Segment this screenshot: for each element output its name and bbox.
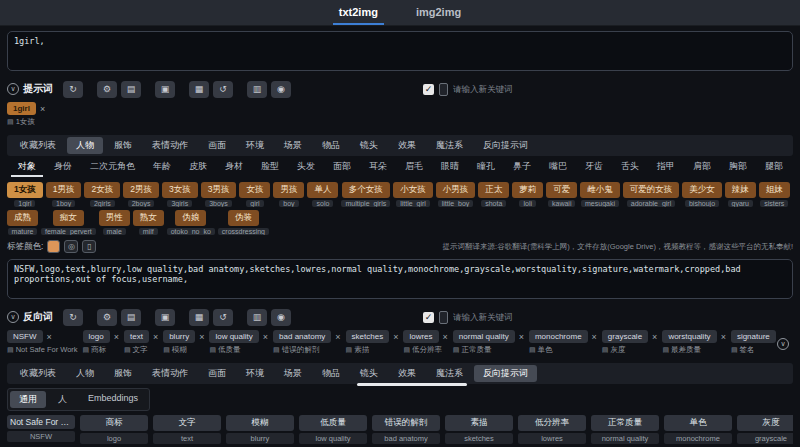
- tag-button[interactable]: 姐妹 sisters: [759, 182, 790, 207]
- prompt-tag-label[interactable]: 1girl: [7, 102, 36, 115]
- negative-tag-button[interactable]: 模糊 blurry: [226, 415, 294, 444]
- negative-tag-button[interactable]: Not Safe For Work NSFW: [7, 415, 75, 444]
- toolbar-icon-button[interactable]: ▤: [121, 309, 141, 326]
- negative-subtab[interactable]: 人: [49, 391, 76, 408]
- chip-remove-icon[interactable]: ×: [721, 332, 726, 342]
- subcategory-tab[interactable]: 眉毛: [398, 159, 430, 177]
- toolbar-icon-button[interactable]: ↻: [63, 309, 83, 326]
- tag-button[interactable]: 小男孩 little_boy: [436, 182, 476, 207]
- category-tab[interactable]: 收藏列表: [11, 137, 65, 154]
- color-reset-button[interactable]: ◎: [64, 240, 78, 253]
- category-tab[interactable]: 服饰: [105, 137, 141, 154]
- chip-remove-icon[interactable]: ×: [47, 332, 52, 342]
- negative-subtab[interactable]: Embeddings: [79, 391, 147, 408]
- category-tab[interactable]: 画面: [199, 365, 235, 382]
- tag-button[interactable]: 女孩 girl: [239, 182, 270, 207]
- tag-button[interactable]: 小女孩 little_girl: [393, 182, 433, 207]
- chip-remove-icon[interactable]: ×: [443, 332, 448, 342]
- subcategory-tab[interactable]: 头发: [290, 159, 322, 177]
- negative-tag-button[interactable]: 素描 sketches: [445, 415, 513, 444]
- tag-button[interactable]: 男孩 boy: [273, 182, 304, 207]
- category-tab[interactable]: 画面: [199, 137, 235, 154]
- category-tab[interactable]: 魔法系: [427, 137, 472, 154]
- collapse-icon[interactable]: ∨: [7, 83, 19, 95]
- toolbar-icon-button[interactable]: ↺: [213, 81, 233, 98]
- subcategory-tab[interactable]: 指甲: [650, 159, 682, 177]
- subcategory-tab[interactable]: 嘴巴: [542, 159, 574, 177]
- negative-tag-button[interactable]: 灰度 grayscale: [737, 415, 793, 444]
- negative-chip-label[interactable]: signature: [731, 330, 776, 343]
- category-tab[interactable]: 魔法系: [427, 365, 472, 382]
- category-tab[interactable]: 场景: [275, 365, 311, 382]
- category-tab[interactable]: 收藏列表: [11, 365, 65, 382]
- tag-button[interactable]: 辣妹 gyaru: [725, 182, 756, 207]
- toolbar-icon-button[interactable]: ↺: [213, 309, 233, 326]
- chip-remove-icon[interactable]: ×: [592, 332, 597, 342]
- category-tab[interactable]: 表情动作: [143, 365, 197, 382]
- prompt-textarea[interactable]: 1girl,: [7, 31, 793, 71]
- category-tab[interactable]: 镜头: [351, 365, 387, 382]
- category-tab[interactable]: 表情动作: [143, 137, 197, 154]
- negative-chip-label[interactable]: NSFW: [7, 330, 43, 343]
- negative-chip-label[interactable]: logo: [83, 330, 110, 343]
- tag-button[interactable]: 可爱 kawaii: [546, 182, 577, 207]
- tag-button[interactable]: 多个女孩 multiple_girls: [341, 182, 390, 207]
- negative-chip-label[interactable]: monochrome: [529, 330, 588, 343]
- negative-tag-button[interactable]: 文字 text: [153, 415, 221, 444]
- tag-button[interactable]: 2男孩 2boys: [123, 182, 159, 207]
- tag-button[interactable]: 熟女 milf: [133, 210, 164, 235]
- toolbar-icon-button[interactable]: ⚙: [97, 81, 117, 98]
- tag-button[interactable]: 痴女 female_pervert: [41, 210, 96, 235]
- tag-button[interactable]: 2女孩 2girls: [84, 182, 120, 207]
- subcategory-tab[interactable]: 牙齿: [578, 159, 610, 177]
- negative-prompt-textarea[interactable]: NSFW,logo,text,blurry,low quality,bad an…: [7, 259, 793, 299]
- category-tab[interactable]: 反向提示词: [474, 137, 537, 154]
- category-tab[interactable]: 人物: [67, 137, 103, 154]
- tag-button[interactable]: 1女孩 1girl: [7, 182, 43, 207]
- subcategory-tab[interactable]: 眼睛: [434, 159, 466, 177]
- toolbar-icon-button[interactable]: ◉: [271, 81, 291, 98]
- negative-subtab[interactable]: 通用: [10, 391, 46, 408]
- subcategory-tab[interactable]: 皮肤: [182, 159, 214, 177]
- category-tab[interactable]: 物品: [313, 365, 349, 382]
- horizontal-scrollbar-thumb[interactable]: [357, 383, 467, 386]
- category-tab[interactable]: 效果: [389, 365, 425, 382]
- subcategory-tab[interactable]: 瞳孔: [470, 159, 502, 177]
- subcategory-tab[interactable]: 胸部: [722, 159, 754, 177]
- negative-tag-button[interactable]: 单色 monochrome: [664, 415, 732, 444]
- negative-tag-button[interactable]: 错误的解剖 bad anatomy: [372, 415, 440, 444]
- toolbar-icon-button[interactable]: ▥: [247, 309, 267, 326]
- chip-remove-icon[interactable]: ×: [199, 332, 204, 342]
- toolbar-icon-button[interactable]: ▣: [155, 309, 175, 326]
- tag-button[interactable]: 可爱的女孩 adorable_girl: [623, 182, 680, 207]
- collapse-chips-icon[interactable]: ∨: [777, 338, 789, 350]
- translate-checkbox[interactable]: ✓: [423, 312, 434, 323]
- negative-tag-button[interactable]: 低分辨率 lowres: [518, 415, 586, 444]
- category-tab[interactable]: 效果: [389, 137, 425, 154]
- tag-color-swatch[interactable]: [47, 240, 60, 253]
- chip-remove-icon[interactable]: ×: [153, 332, 158, 342]
- category-tab[interactable]: 场景: [275, 137, 311, 154]
- subcategory-tab[interactable]: 脸型: [254, 159, 286, 177]
- negative-chip-label[interactable]: sketches: [346, 330, 390, 343]
- category-tab[interactable]: 人物: [67, 365, 103, 382]
- translate-checkbox[interactable]: ✓: [423, 84, 434, 95]
- toolbar-icon-button[interactable]: ↻: [63, 81, 83, 98]
- subcategory-tab[interactable]: 二次元角色: [83, 159, 142, 177]
- top-tab[interactable]: txt2img: [333, 0, 384, 25]
- tag-button[interactable]: 伪装 crossdressing: [218, 210, 269, 235]
- tag-button[interactable]: 1男孩 1boy: [46, 182, 82, 207]
- negative-chip-label[interactable]: bad anatomy: [273, 330, 331, 343]
- negative-chip-label[interactable]: grayscale: [602, 330, 648, 343]
- subcategory-tab[interactable]: 身份: [47, 159, 79, 177]
- chip-remove-icon[interactable]: ×: [335, 332, 340, 342]
- category-tab[interactable]: 环境: [237, 137, 273, 154]
- collapse-icon[interactable]: ∨: [7, 311, 19, 323]
- subcategory-tab[interactable]: 鼻子: [506, 159, 538, 177]
- negative-chip-label[interactable]: worstquality: [662, 330, 716, 343]
- toolbar-icon-button[interactable]: ▤: [121, 81, 141, 98]
- tag-button[interactable]: 美少女 bishoujo: [682, 182, 722, 207]
- tag-button[interactable]: 伪娘 otoko_no_ko: [167, 210, 215, 235]
- chip-remove-icon[interactable]: ×: [652, 332, 657, 342]
- tag-button[interactable]: 雌小鬼 mesugaki: [580, 182, 620, 207]
